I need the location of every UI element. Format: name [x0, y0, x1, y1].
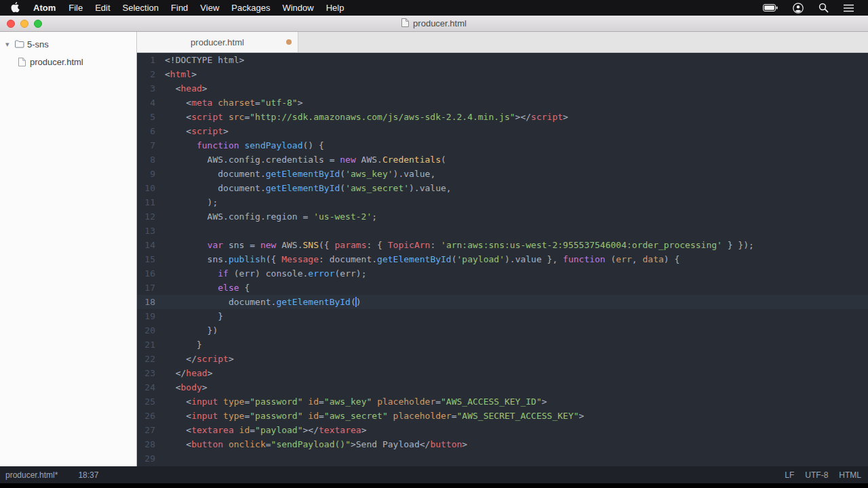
line-number: 10	[137, 181, 155, 195]
screen: AtomFileEditSelectionFindViewPackagesWin…	[0, 0, 868, 488]
line-number: 23	[137, 366, 155, 380]
code-line-11[interactable]: 11 );	[137, 195, 868, 209]
tree-item-file[interactable]: producer.html	[0, 53, 136, 70]
notification-center-icon[interactable]	[836, 4, 861, 12]
menu-item-atom[interactable]: Atom	[26, 3, 62, 13]
line-number: 5	[137, 110, 155, 124]
code-line-5[interactable]: 5 <script src="http://sdk.amazonaws.com/…	[137, 110, 868, 124]
code-line-3[interactable]: 3 <head>	[137, 81, 868, 96]
line-number: 7	[137, 138, 155, 152]
menu-item-window[interactable]: Window	[276, 3, 319, 13]
code-text: <input type="password" id="aws_secret" p…	[155, 409, 584, 423]
code-line-14[interactable]: 14 var sns = new AWS.SNS({ params: { Top…	[137, 238, 868, 252]
code-text: );	[155, 195, 218, 209]
apple-menu[interactable]	[7, 2, 26, 14]
document-icon	[401, 18, 409, 29]
editor[interactable]: 1<!DOCTYPE html>2<html>3 <head>4 <meta c…	[137, 53, 868, 466]
status-line-ending[interactable]: LF	[785, 470, 794, 480]
code-line-9[interactable]: 9 document.getElementById('aws_key').val…	[137, 167, 868, 181]
editor-column: producer.html 1<!DOCTYPE html>2<html>3 <…	[137, 32, 868, 466]
code-text	[155, 224, 165, 238]
code-text: AWS.config.region = 'us-west-2';	[155, 209, 377, 224]
code-line-18[interactable]: 18 document.getElementById()	[137, 295, 868, 309]
line-number: 9	[137, 167, 155, 181]
menu-bar: AtomFileEditSelectionFindViewPackagesWin…	[0, 0, 868, 16]
menu-item-view[interactable]: View	[194, 3, 225, 13]
tree-item-folder[interactable]: ▾ 5-sns	[0, 35, 136, 53]
code-line-22[interactable]: 22 </script>	[137, 352, 868, 366]
code-text: <body>	[155, 380, 208, 394]
status-left: producer.html* 18:37	[5, 470, 98, 480]
code-line-23[interactable]: 23 </head>	[137, 366, 868, 380]
code-line-6[interactable]: 6 <script>	[137, 124, 868, 138]
modified-dot-icon[interactable]	[286, 39, 292, 45]
code-line-2[interactable]: 2<html>	[137, 67, 868, 81]
code-line-16[interactable]: 16 if (err) console.error(err);	[137, 266, 868, 281]
status-bar: producer.html* 18:37 LF UTF-8 HTML	[0, 466, 868, 483]
code-line-1[interactable]: 1<!DOCTYPE html>	[137, 53, 868, 67]
search-icon[interactable]	[811, 3, 836, 13]
code-line-24[interactable]: 24 <body>	[137, 380, 868, 394]
code-line-13[interactable]: 13	[137, 224, 868, 238]
status-right: LF UTF-8 HTML	[785, 470, 861, 480]
code-line-7[interactable]: 7 function sendPayload() {	[137, 138, 868, 152]
tab-producer.html[interactable]: producer.html	[137, 32, 298, 52]
text-cursor	[355, 297, 357, 307]
line-number: 12	[137, 209, 155, 224]
code-line-8[interactable]: 8 AWS.config.credentials = new AWS.Crede…	[137, 152, 868, 167]
code-text: <meta charset="utf-8">	[155, 96, 303, 110]
line-number: 3	[137, 81, 155, 96]
status-grammar[interactable]: HTML	[839, 470, 861, 480]
menu-status-icons	[755, 3, 861, 14]
file-icon	[18, 58, 26, 66]
minimize-window-button[interactable]	[20, 20, 28, 28]
code-text: var sns = new AWS.SNS({ params: { TopicA…	[155, 238, 754, 252]
code-line-15[interactable]: 15 sns.publish({ Message: document.getEl…	[137, 252, 868, 266]
code-line-26[interactable]: 26 <input type="password" id="aws_secret…	[137, 409, 868, 423]
battery-icon[interactable]	[755, 4, 785, 12]
apple-icon	[11, 2, 20, 14]
code-line-10[interactable]: 10 document.getElementById('aws_secret')…	[137, 181, 868, 195]
menu-item-file[interactable]: File	[62, 3, 89, 13]
close-window-button[interactable]	[7, 20, 15, 28]
code-line-20[interactable]: 20 })	[137, 323, 868, 338]
code-line-12[interactable]: 12 AWS.config.region = 'us-west-2';	[137, 209, 868, 224]
title-bar[interactable]: producer.html	[0, 16, 868, 32]
code-text: document.getElementById('aws_key').value…	[155, 167, 435, 181]
code-line-25[interactable]: 25 <input type="password" id="aws_key" p…	[137, 394, 868, 409]
menu-item-selection[interactable]: Selection	[117, 3, 165, 13]
line-number: 16	[137, 266, 155, 281]
line-number: 17	[137, 281, 155, 295]
zoom-window-button[interactable]	[34, 20, 42, 28]
menu-item-help[interactable]: Help	[320, 3, 351, 13]
code-text: <script>	[155, 124, 229, 138]
line-number: 14	[137, 238, 155, 252]
code-line-29[interactable]: 29	[137, 451, 868, 466]
menu-item-find[interactable]: Find	[165, 3, 194, 13]
folder-icon	[15, 40, 24, 48]
code-line-21[interactable]: 21 }	[137, 338, 868, 352]
tree-view: ▾ 5-sns producer.html	[0, 32, 137, 466]
line-number: 29	[137, 451, 155, 466]
code-line-4[interactable]: 4 <meta charset="utf-8">	[137, 96, 868, 110]
menu-items: AtomFileEditSelectionFindViewPackagesWin…	[26, 3, 350, 13]
code-text: <textarea id="payload"></textarea>	[155, 423, 366, 437]
status-cursor-position[interactable]: 18:37	[78, 470, 98, 480]
code-line-28[interactable]: 28 <button onclick="sendPayload()">Send …	[137, 437, 868, 451]
code-line-19[interactable]: 19 }	[137, 309, 868, 323]
status-encoding[interactable]: UTF-8	[805, 470, 828, 480]
line-number: 21	[137, 338, 155, 352]
code-line-27[interactable]: 27 <textarea id="payload"></textarea>	[137, 423, 868, 437]
code-text: }	[155, 309, 223, 323]
line-number: 19	[137, 309, 155, 323]
code-line-17[interactable]: 17 else {	[137, 281, 868, 295]
line-number: 6	[137, 124, 155, 138]
menu-item-packages[interactable]: Packages	[225, 3, 276, 13]
line-number: 24	[137, 380, 155, 394]
menu-item-edit[interactable]: Edit	[89, 3, 116, 13]
folder-name: 5-sns	[27, 39, 49, 49]
code-text: }	[155, 338, 202, 352]
user-icon[interactable]	[785, 3, 811, 14]
status-file-name[interactable]: producer.html*	[5, 470, 58, 480]
line-number: 1	[137, 53, 155, 67]
